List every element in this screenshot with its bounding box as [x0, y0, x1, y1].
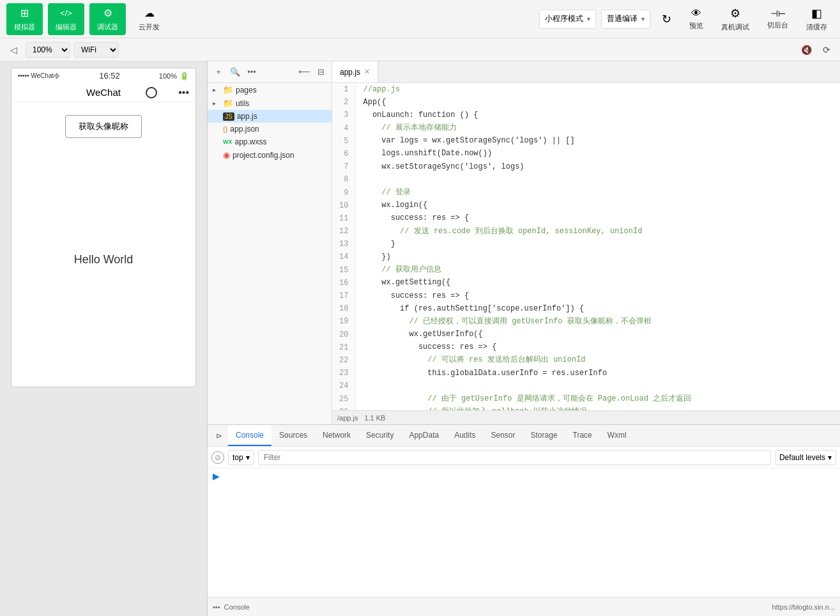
line-number: 24	[332, 380, 355, 392]
line-number: 12	[332, 225, 355, 238]
tree-folder-utils[interactable]: ▸ 📁 utils	[208, 96, 332, 110]
devtools-cursor-icon[interactable]: ⊳	[210, 425, 228, 446]
line-number: 21	[332, 341, 355, 354]
line-content: }	[355, 238, 840, 250]
line-content: success: res => {	[355, 341, 840, 354]
preview-button[interactable]: 👁 预览	[683, 5, 710, 33]
line-content: success: res => {	[355, 289, 840, 302]
top-toolbar: ⊞ 模拟器 </> 编辑器 ⚙ 调试器 ☁ 云开发 小程序模式 ▾ 普通编译 ▾…	[0, 0, 840, 38]
code-line: 16 wx.getSetting({	[332, 277, 840, 289]
folder-icon2: 📁	[223, 98, 233, 108]
devtools-tab-storage[interactable]: Storage	[523, 425, 565, 446]
hello-world-text: Hello World	[74, 253, 134, 266]
phone-more-icon[interactable]: •••	[178, 87, 189, 98]
levels-select[interactable]: Default levels ▾	[775, 450, 836, 465]
devtools-tabs: ⊳ ConsoleSourcesNetworkSecurityAppDataAu…	[208, 425, 840, 447]
devtools-tab-network[interactable]: Network	[315, 425, 358, 446]
line-content: if (res.authSetting['scope.userInfo']) {	[355, 302, 840, 315]
zoom-select[interactable]: 100%	[26, 42, 70, 58]
line-number: 16	[332, 277, 355, 289]
search-icon[interactable]: 🔍	[228, 65, 242, 79]
line-number: 13	[332, 238, 355, 250]
line-content: // 所以此处加入 callback 以防止这种情况	[355, 406, 840, 410]
bottom-dots-icon[interactable]: •••	[213, 603, 220, 611]
collapse-icon[interactable]: ⟵	[297, 65, 311, 79]
refresh-button[interactable]: ↻	[655, 10, 678, 29]
devtools-tab-security[interactable]: Security	[358, 425, 401, 446]
devtools-tab-wxml[interactable]: Wxml	[600, 425, 634, 446]
devtools-tab-sensor[interactable]: Sensor	[484, 425, 523, 446]
close-tab-icon[interactable]: ✕	[364, 68, 370, 76]
get-avatar-button[interactable]: 获取头像昵称	[65, 115, 142, 138]
simulator-button[interactable]: ⊞ 模拟器	[6, 3, 43, 35]
code-line: 1 //app.js	[332, 83, 840, 96]
app-js-label: app.js	[237, 112, 257, 121]
context-select[interactable]: top ▾	[228, 450, 254, 465]
devtools-tab-audits[interactable]: Audits	[447, 425, 483, 446]
code-line: 26 // 所以此处加入 callback 以防止这种情况	[332, 406, 840, 410]
phone-record-icon[interactable]	[146, 87, 157, 98]
backend-button[interactable]: ⊣⊢ 切后台	[761, 6, 795, 33]
more-icon[interactable]: •••	[245, 65, 259, 79]
phone-screen: ••••• WeChat令 16:52 100% 🔋 WeChat ••• 获取…	[11, 68, 196, 387]
url-label: https://blogto.sin.n...	[772, 603, 835, 611]
line-content: this.globalData.userInfo = res.userInfo	[355, 367, 840, 380]
line-content	[355, 380, 840, 392]
line-content: // 获取用户信息	[355, 264, 840, 277]
code-line: 14 })	[332, 250, 840, 263]
compile-chevron-icon: ▾	[641, 15, 645, 22]
editor-area: + 🔍 ••• ⟵ ⊟ ▸ 📁 pages ▸ 📁	[208, 61, 840, 616]
line-content: wx.getUserInfo({	[355, 328, 840, 341]
tree-file-appjs[interactable]: ▸ JS app.js	[208, 110, 332, 123]
debugger-button[interactable]: ⚙ 调试器	[89, 3, 126, 35]
real-device-button[interactable]: ⚙ 真机调试	[715, 4, 756, 35]
clear-console-icon[interactable]: ⊘	[211, 451, 224, 464]
phone-time: 16:52	[99, 71, 120, 81]
chevron-right-icon: ▸	[213, 86, 220, 93]
line-number: 7	[332, 160, 355, 173]
network-select[interactable]: WiFi	[74, 42, 119, 58]
sidebar-toggle-icon[interactable]: ◁	[5, 42, 22, 58]
line-number: 8	[332, 173, 355, 186]
project-config-label: project.config.json	[233, 151, 294, 160]
code-line: 12 // 发送 res.code 到后台换取 openId, sessionK…	[332, 225, 840, 238]
devtools-tab-trace[interactable]: Trace	[565, 425, 600, 446]
tree-folder-pages[interactable]: ▸ 📁 pages	[208, 83, 332, 96]
line-number: 22	[332, 354, 355, 367]
pages-folder-label: pages	[236, 86, 257, 95]
add-file-icon[interactable]: +	[211, 65, 225, 79]
tree-file-appjson[interactable]: ▸ {} app.json	[208, 123, 332, 135]
line-content: wx.login({	[355, 199, 840, 212]
line-number: 20	[332, 328, 355, 341]
context-chevron-icon: ▾	[246, 453, 250, 462]
tree-file-projectconfig[interactable]: ▸ ◉ project.config.json	[208, 148, 332, 162]
code-area[interactable]: 1 //app.js 2 App({ 3 onLaunch: function …	[332, 83, 840, 410]
main-area: ••••• WeChat令 16:52 100% 🔋 WeChat ••• 获取…	[0, 61, 840, 616]
devtools-tab-appdata[interactable]: AppData	[401, 425, 447, 446]
cloud-button[interactable]: ☁ 云开发	[131, 3, 167, 35]
rotate-icon[interactable]: ⟳	[818, 42, 835, 58]
js-file-icon: JS	[223, 112, 234, 121]
split-icon[interactable]: ⊟	[314, 65, 328, 79]
signal-indicator: ••••• WeChat令	[18, 72, 60, 81]
line-number: 18	[332, 302, 355, 315]
code-line: 11 success: res => {	[332, 212, 840, 225]
editor-tab-appjs[interactable]: app.js ✕	[332, 61, 378, 82]
real-device-icon: ⚙	[730, 6, 740, 20]
compile-dropdown[interactable]: 普通编译 ▾	[601, 10, 650, 29]
simulator-label: 模拟器	[14, 22, 35, 32]
filter-input[interactable]	[258, 450, 771, 465]
editor-tabs: app.js ✕	[332, 61, 840, 83]
line-content: success: res => {	[355, 212, 840, 225]
devtools-tab-console[interactable]: Console	[228, 425, 271, 446]
line-content: // 发送 res.code 到后台换取 openId, sessionKey,…	[355, 225, 840, 238]
line-number: 11	[332, 212, 355, 225]
speaker-icon[interactable]: 🔇	[798, 42, 814, 58]
clear-cache-button[interactable]: ◧ 清缓存	[800, 4, 834, 35]
mode-dropdown[interactable]: 小程序模式 ▾	[539, 10, 596, 29]
code-line: 22 // 可以将 res 发送给后台解码出 unionId	[332, 354, 840, 367]
devtools-tab-sources[interactable]: Sources	[271, 425, 315, 446]
console-prompt-icon[interactable]: ▶	[213, 471, 220, 481]
tree-file-appwxss[interactable]: ▸ WX app.wxss	[208, 135, 332, 148]
editor-button[interactable]: </> 编辑器	[48, 3, 84, 35]
